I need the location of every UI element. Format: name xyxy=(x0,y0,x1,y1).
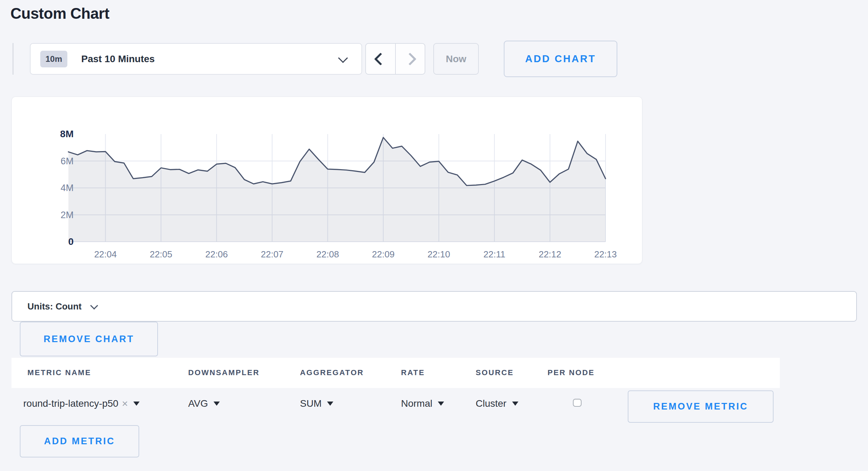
dropdown-arrow-icon xyxy=(512,402,518,406)
units-label: Units: Count xyxy=(27,301,82,312)
svg-text:22:04: 22:04 xyxy=(94,249,117,259)
rate-value: Normal xyxy=(401,398,432,409)
svg-text:6M: 6M xyxy=(60,156,74,166)
svg-text:22:09: 22:09 xyxy=(372,249,394,259)
chart-card: 02M4M6M8M22:0422:0522:0622:0722:0822:092… xyxy=(11,97,642,264)
prev-time-button[interactable] xyxy=(366,44,395,74)
column-header-aggregator: AGGREGATOR xyxy=(300,368,364,377)
svg-text:4M: 4M xyxy=(60,183,74,193)
custom-chart-page: Custom Chart 10m Past 10 Minutes Now ADD… xyxy=(0,0,868,471)
metric-name-select[interactable]: round-trip-latency-p50 × xyxy=(23,388,140,419)
units-dropdown[interactable]: Units: Count xyxy=(11,291,857,322)
time-range-label: Past 10 Minutes xyxy=(81,53,155,65)
timeseries-area-chart: 02M4M6M8M22:0422:0522:0622:0722:0822:092… xyxy=(12,97,642,264)
svg-text:0: 0 xyxy=(68,236,74,247)
aggregator-value: SUM xyxy=(300,398,322,409)
svg-text:8M: 8M xyxy=(60,129,74,139)
time-step-buttons xyxy=(365,43,425,75)
dropdown-arrow-icon xyxy=(133,402,140,406)
chevron-down-icon xyxy=(90,302,98,310)
svg-text:22:07: 22:07 xyxy=(261,249,283,259)
metric-name-value: round-trip-latency-p50 xyxy=(23,398,118,409)
source-select[interactable]: Cluster xyxy=(476,388,518,419)
svg-text:22:05: 22:05 xyxy=(150,249,172,259)
time-range-dropdown[interactable]: 10m Past 10 Minutes xyxy=(30,43,362,75)
time-range-badge: 10m xyxy=(40,51,67,67)
page-title: Custom Chart xyxy=(10,5,109,22)
column-header-downsampler: DOWNSAMPLER xyxy=(188,368,260,377)
dropdown-arrow-icon xyxy=(214,402,220,406)
column-header-rate: RATE xyxy=(401,368,425,377)
svg-text:22:08: 22:08 xyxy=(316,249,339,259)
column-header-source: SOURCE xyxy=(476,368,514,377)
svg-text:22:13: 22:13 xyxy=(594,249,617,259)
per-node-checkbox[interactable] xyxy=(573,399,582,407)
next-time-button[interactable] xyxy=(395,44,425,74)
dropdown-arrow-icon xyxy=(438,402,444,406)
chevron-down-icon xyxy=(338,53,348,63)
add-chart-button[interactable]: ADD CHART xyxy=(504,41,617,77)
column-header-metric-name: METRIC NAME xyxy=(27,368,91,377)
aggregator-select[interactable]: SUM xyxy=(300,388,333,419)
column-header-per-node: PER NODE xyxy=(548,368,595,377)
remove-chart-button[interactable]: REMOVE CHART xyxy=(20,322,158,356)
chevron-left-icon xyxy=(374,52,387,65)
svg-text:2M: 2M xyxy=(60,210,74,220)
now-button[interactable]: Now xyxy=(433,43,479,75)
svg-text:22:11: 22:11 xyxy=(483,249,505,259)
add-metric-button[interactable]: ADD METRIC xyxy=(20,425,139,457)
source-value: Cluster xyxy=(476,398,507,409)
svg-text:22:12: 22:12 xyxy=(539,249,561,259)
remove-metric-button[interactable]: REMOVE METRIC xyxy=(628,390,774,423)
chevron-right-icon xyxy=(404,52,417,65)
downsampler-select[interactable]: AVG xyxy=(188,388,220,419)
metrics-table-header: METRIC NAME DOWNSAMPLER AGGREGATOR RATE … xyxy=(11,358,780,388)
rate-select[interactable]: Normal xyxy=(401,388,444,419)
clear-metric-icon[interactable]: × xyxy=(122,398,128,410)
downsampler-value: AVG xyxy=(188,398,208,409)
dropdown-arrow-icon xyxy=(327,402,333,406)
svg-text:22:10: 22:10 xyxy=(427,249,450,259)
svg-text:22:06: 22:06 xyxy=(205,249,228,259)
toolbar-left-divider xyxy=(12,43,14,75)
